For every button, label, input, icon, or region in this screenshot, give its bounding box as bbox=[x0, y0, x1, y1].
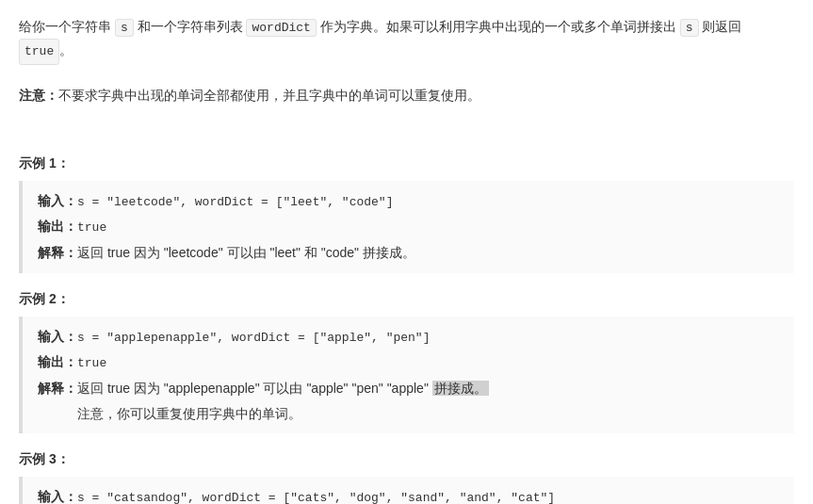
note-label: 注意： bbox=[19, 88, 58, 103]
example2-explain-pre: 返回 true 因为 "applepenapple" 可以由 "apple" "… bbox=[77, 381, 432, 396]
example3-title: 示例 3： bbox=[19, 448, 794, 471]
intro-paragraph: 给你一个字符串 s 和一个字符串列表 wordDict 作为字典。如果可以利用字… bbox=[19, 15, 794, 65]
example2-explain-line2-text: 注意，你可以重复使用字典中的单词。 bbox=[77, 406, 301, 421]
example1-input-label: 输入： bbox=[38, 193, 77, 208]
example3-input-line: 输入：s = "catsandog", wordDict = ["cats", … bbox=[38, 484, 779, 504]
example2-block: 输入：s = "applepenapple", wordDict = ["app… bbox=[19, 317, 794, 434]
inline-worddict: wordDict bbox=[246, 19, 316, 37]
example1-explain-line: 解释：返回 true 因为 "leetcode" 可以由 "leet" 和 "c… bbox=[38, 240, 779, 266]
example1-explain-label: 解释： bbox=[38, 245, 77, 260]
note-content: 不要求字典中出现的单词全部都使用，并且字典中的单词可以重复使用。 bbox=[58, 88, 480, 103]
example3-input-value: s = "catsandog", wordDict = ["cats", "do… bbox=[77, 491, 555, 504]
intro-true-code: true bbox=[19, 39, 59, 64]
example2-output-line: 输出：true bbox=[38, 350, 779, 376]
example3-block: 输入：s = "catsandog", wordDict = ["cats", … bbox=[19, 477, 794, 504]
example1-input-line: 输入：s = "leetcode", wordDict = ["leet", "… bbox=[38, 188, 779, 215]
example3-input-label: 输入： bbox=[38, 489, 77, 504]
intro-text-line1: 给你一个字符串 s 和一个字符串列表 wordDict 作为字典。如果可以利用字… bbox=[19, 19, 741, 34]
note-paragraph: 注意：不要求字典中出现的单词全部都使用，并且字典中的单词可以重复使用。 bbox=[19, 84, 794, 107]
example2-explain-line1: 解释：返回 true 因为 "applepenapple" 可以由 "apple… bbox=[38, 376, 779, 401]
example2-title: 示例 2： bbox=[19, 288, 794, 311]
example1-output-label: 输出： bbox=[38, 219, 77, 234]
example1-title: 示例 1： bbox=[19, 153, 794, 175]
example2-input-line: 输入：s = "applepenapple", wordDict = ["app… bbox=[38, 324, 779, 350]
inline-s: s bbox=[115, 19, 134, 37]
example2-explain-highlight: 拼接成。 bbox=[432, 381, 489, 396]
example1-output-line: 输出：true bbox=[38, 214, 779, 240]
example1-explain-value: 返回 true 因为 "leetcode" 可以由 "leet" 和 "code… bbox=[77, 245, 415, 260]
example2-explain-label: 解释： bbox=[38, 381, 77, 396]
example2-input-value: s = "applepenapple", wordDict = ["apple"… bbox=[77, 331, 430, 345]
example1-output-value: true bbox=[77, 220, 106, 235]
example2-output-value: true bbox=[77, 356, 106, 370]
intro-period: 。 bbox=[59, 42, 73, 57]
example2-output-label: 输出： bbox=[38, 354, 77, 369]
example1-input-value: s = "leetcode", wordDict = ["leet", "cod… bbox=[77, 195, 393, 209]
inline-s2: s bbox=[680, 19, 699, 37]
example1-block: 输入：s = "leetcode", wordDict = ["leet", "… bbox=[19, 181, 794, 273]
example2-input-label: 输入： bbox=[38, 329, 77, 344]
example2-explain-line2: 注意，你可以重复使用字典中的单词。 bbox=[38, 401, 779, 427]
